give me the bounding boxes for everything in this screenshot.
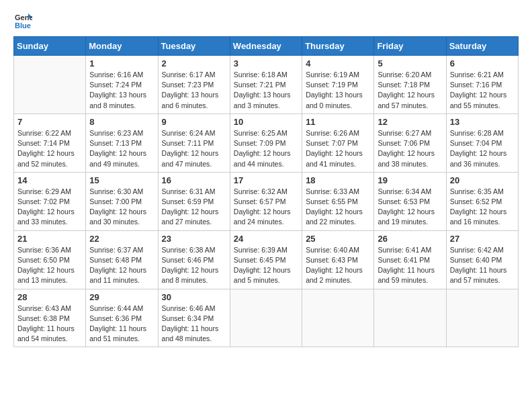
calendar-cell <box>374 289 446 347</box>
day-number: 17 <box>234 175 298 185</box>
sunset-time: Sunset: 6:36 PM <box>89 314 154 324</box>
sunrise-time: Sunrise: 6:24 AM <box>162 128 226 138</box>
calendar-cell: 16Sunrise: 6:31 AMSunset: 6:59 PMDayligh… <box>158 172 230 230</box>
sunset-time: Sunset: 7:13 PM <box>89 138 154 148</box>
day-number: 5 <box>378 58 442 68</box>
daylight-label: Daylight: 12 hours and 41 minutes. <box>306 148 370 169</box>
sunset-time: Sunset: 6:48 PM <box>89 255 154 265</box>
sunset-time: Sunset: 7:07 PM <box>306 138 370 148</box>
calendar-cell: 4Sunrise: 6:19 AMSunset: 7:19 PMDaylight… <box>302 56 374 114</box>
calendar-cell <box>14 56 86 114</box>
daylight-label: Daylight: 12 hours and 33 minutes. <box>17 207 82 227</box>
sunrise-time: Sunrise: 6:29 AM <box>17 187 82 197</box>
weekday-header-sunday: Sunday <box>14 37 86 56</box>
calendar-week-row: 7Sunrise: 6:22 AMSunset: 7:14 PMDaylight… <box>14 113 519 172</box>
weekday-header-friday: Friday <box>374 37 446 56</box>
sunrise-time: Sunrise: 6:28 AM <box>450 128 515 138</box>
weekday-header-thursday: Thursday <box>302 37 374 56</box>
sunset-time: Sunset: 6:46 PM <box>162 255 226 265</box>
sunrise-time: Sunrise: 6:34 AM <box>378 187 442 197</box>
daylight-label: Daylight: 12 hours and 11 minutes. <box>89 265 154 285</box>
calendar-cell <box>302 289 374 347</box>
sunrise-time: Sunrise: 6:43 AM <box>17 304 82 314</box>
day-number: 20 <box>450 175 515 185</box>
daylight-label: Daylight: 12 hours and 24 minutes. <box>234 207 298 227</box>
weekday-header-tuesday: Tuesday <box>158 37 230 56</box>
sunset-time: Sunset: 7:19 PM <box>306 80 370 90</box>
day-number: 2 <box>162 58 226 68</box>
day-number: 26 <box>378 234 442 244</box>
calendar-cell: 8Sunrise: 6:23 AMSunset: 7:13 PMDaylight… <box>86 113 158 172</box>
page-header: General Blue <box>13 11 519 30</box>
sunset-time: Sunset: 7:04 PM <box>450 138 515 148</box>
sunrise-time: Sunrise: 6:17 AM <box>162 70 226 80</box>
sunrise-time: Sunrise: 6:44 AM <box>89 304 154 314</box>
calendar-cell: 29Sunrise: 6:44 AMSunset: 6:36 PMDayligh… <box>86 289 158 347</box>
sunrise-time: Sunrise: 6:38 AM <box>162 245 226 255</box>
day-number: 11 <box>306 117 370 127</box>
daylight-label: Daylight: 12 hours and 5 minutes. <box>234 265 298 285</box>
sunrise-time: Sunrise: 6:30 AM <box>89 187 154 197</box>
sunset-time: Sunset: 6:53 PM <box>378 197 442 207</box>
sunset-time: Sunset: 7:23 PM <box>162 80 226 90</box>
day-number: 19 <box>378 175 442 185</box>
calendar-cell <box>446 289 518 347</box>
daylight-label: Daylight: 11 hours and 51 minutes. <box>89 324 154 344</box>
sunset-time: Sunset: 6:34 PM <box>162 314 226 324</box>
daylight-label: Daylight: 12 hours and 2 minutes. <box>306 265 370 285</box>
sunset-time: Sunset: 6:45 PM <box>234 255 298 265</box>
sunrise-time: Sunrise: 6:41 AM <box>378 245 442 255</box>
sunrise-time: Sunrise: 6:23 AM <box>89 128 154 138</box>
day-number: 7 <box>17 117 82 127</box>
sunrise-time: Sunrise: 6:26 AM <box>306 128 370 138</box>
calendar-cell: 14Sunrise: 6:29 AMSunset: 7:02 PMDayligh… <box>14 172 86 230</box>
calendar-cell: 23Sunrise: 6:38 AMSunset: 6:46 PMDayligh… <box>158 230 230 289</box>
calendar-week-row: 14Sunrise: 6:29 AMSunset: 7:02 PMDayligh… <box>14 172 519 230</box>
sunrise-time: Sunrise: 6:21 AM <box>450 70 515 80</box>
sunrise-time: Sunrise: 6:33 AM <box>306 187 370 197</box>
sunrise-time: Sunrise: 6:31 AM <box>162 187 226 197</box>
calendar-week-row: 21Sunrise: 6:36 AMSunset: 6:50 PMDayligh… <box>14 230 519 289</box>
calendar-cell: 24Sunrise: 6:39 AMSunset: 6:45 PMDayligh… <box>230 230 302 289</box>
sunset-time: Sunset: 6:59 PM <box>162 197 226 207</box>
calendar-cell: 11Sunrise: 6:26 AMSunset: 7:07 PMDayligh… <box>302 113 374 172</box>
daylight-label: Daylight: 12 hours and 30 minutes. <box>89 207 154 227</box>
calendar-cell: 19Sunrise: 6:34 AMSunset: 6:53 PMDayligh… <box>374 172 446 230</box>
calendar-cell: 5Sunrise: 6:20 AMSunset: 7:18 PMDaylight… <box>374 56 446 114</box>
day-number: 10 <box>234 117 298 127</box>
logo-icon: General Blue <box>13 11 32 30</box>
calendar-cell: 30Sunrise: 6:46 AMSunset: 6:34 PMDayligh… <box>158 289 230 347</box>
calendar-cell: 7Sunrise: 6:22 AMSunset: 7:14 PMDaylight… <box>14 113 86 172</box>
daylight-label: Daylight: 12 hours and 8 minutes. <box>162 265 226 285</box>
sunrise-time: Sunrise: 6:35 AM <box>450 187 515 197</box>
day-number: 30 <box>162 292 226 302</box>
sunset-time: Sunset: 7:24 PM <box>89 80 154 90</box>
day-number: 4 <box>306 58 370 68</box>
sunrise-time: Sunrise: 6:36 AM <box>17 245 82 255</box>
sunrise-time: Sunrise: 6:27 AM <box>378 128 442 138</box>
day-number: 25 <box>306 234 370 244</box>
weekday-header-saturday: Saturday <box>446 37 518 56</box>
calendar-cell: 25Sunrise: 6:40 AMSunset: 6:43 PMDayligh… <box>302 230 374 289</box>
calendar-cell: 18Sunrise: 6:33 AMSunset: 6:55 PMDayligh… <box>302 172 374 230</box>
sunrise-time: Sunrise: 6:19 AM <box>306 70 370 80</box>
weekday-header-monday: Monday <box>86 37 158 56</box>
sunrise-time: Sunrise: 6:18 AM <box>234 70 298 80</box>
sunrise-time: Sunrise: 6:46 AM <box>162 304 226 314</box>
calendar-cell: 9Sunrise: 6:24 AMSunset: 7:11 PMDaylight… <box>158 113 230 172</box>
day-number: 15 <box>89 175 154 185</box>
sunset-time: Sunset: 6:38 PM <box>17 314 82 324</box>
daylight-label: Daylight: 12 hours and 22 minutes. <box>306 207 370 227</box>
daylight-label: Daylight: 11 hours and 57 minutes. <box>450 265 515 285</box>
daylight-label: Daylight: 12 hours and 13 minutes. <box>17 265 82 285</box>
weekday-header-row: SundayMondayTuesdayWednesdayThursdayFrid… <box>14 37 519 56</box>
sunset-time: Sunset: 7:16 PM <box>450 80 515 90</box>
calendar-cell: 6Sunrise: 6:21 AMSunset: 7:16 PMDaylight… <box>446 56 518 114</box>
daylight-label: Daylight: 13 hours and 3 minutes. <box>234 90 298 110</box>
sunrise-time: Sunrise: 6:42 AM <box>450 245 515 255</box>
calendar-cell: 12Sunrise: 6:27 AMSunset: 7:06 PMDayligh… <box>374 113 446 172</box>
sunrise-time: Sunrise: 6:16 AM <box>89 70 154 80</box>
day-number: 21 <box>17 234 82 244</box>
sunrise-time: Sunrise: 6:20 AM <box>378 70 442 80</box>
day-number: 18 <box>306 175 370 185</box>
